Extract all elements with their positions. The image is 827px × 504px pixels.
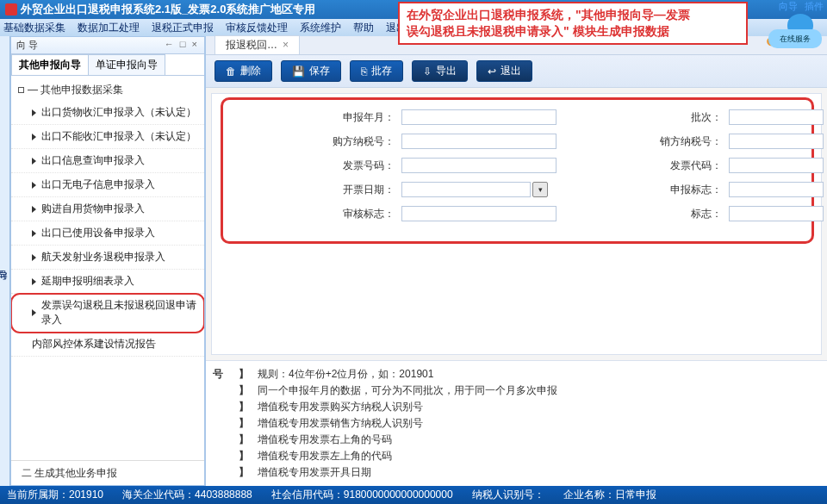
exit-icon: ↩ — [488, 65, 496, 78]
export-icon: ⇩ — [423, 65, 432, 78]
wizard-tab-other[interactable]: 其他申报向导 — [11, 54, 89, 75]
link-wizard[interactable]: 向导 — [779, 0, 798, 13]
rule-line: 增值税专用发票左上角的代码 — [258, 449, 392, 464]
top-right-links: 向导 插件 — [779, 0, 824, 13]
wizard-panel: ← □ × 向 导 其他申报向导 单证申报向导 — 其他申报数据采集 出口货物收… — [10, 36, 205, 486]
status-period: 201910 — [69, 488, 103, 501]
menu-item[interactable]: 退税正式申报 — [152, 21, 214, 35]
arrow-right-icon — [32, 230, 36, 237]
list-item-highlight[interactable]: 发票误勾退税且未报退税回退申请录入 — [11, 294, 204, 333]
wizard-tab-doc[interactable]: 单证申报向导 — [88, 54, 165, 75]
wizard-title: 向 导 — [16, 40, 38, 50]
tab-label: 报退税回… — [226, 39, 277, 51]
list-item[interactable]: 出口货物收汇申报录入（未认定） — [11, 101, 204, 125]
wizard-tabs: 其他申报向导 单证申报向导 — [11, 54, 204, 76]
content-area: 报退税回…× 🗑删除 💾保存 ⎘批存 ⇩导出 ↩退出 申报年月：批次： 购方纳税… — [205, 36, 827, 486]
list-item[interactable]: 延期申报明细表录入 — [11, 270, 204, 294]
rules-panel: 号】规则：4位年份+2位月份，如：201901 】同一个申报年月的数据，可分为不… — [206, 360, 827, 486]
dropdown-icon[interactable]: ▾ — [532, 182, 548, 197]
app-title: 外贸企业出口退税申报系统2.1版_发票2.0系统推广地区专用 — [21, 2, 315, 17]
list-item[interactable]: 出口已使用设备申报录入 — [11, 221, 204, 246]
annotation-callout: 在外贸企业出口退税申报系统，"其他申报向导—发票 误勾退税且未报退税申请录入" … — [398, 2, 748, 45]
annotation-line2: 误勾退税且未报退税申请录入" 模块生成申报数据 — [407, 23, 739, 40]
list-item[interactable]: 航天发射业务退税申报录入 — [11, 246, 204, 270]
status-credit-code: 9180000000000000000 — [344, 488, 453, 501]
label-batch: 批次： — [660, 110, 729, 125]
save-icon: 💾 — [292, 65, 305, 78]
save-button[interactable]: 💾保存 — [281, 60, 341, 82]
list-item[interactable]: 内部风控体系建设情况报告 — [11, 333, 204, 357]
section-title: — 其他申报数据采集 — [28, 83, 123, 97]
arrow-right-icon — [32, 158, 36, 165]
rule-line: 增值税专用发票销售方纳税人识别号 — [258, 416, 423, 431]
input-batch[interactable] — [729, 109, 824, 125]
collapse-box-icon[interactable] — [18, 87, 24, 93]
list-item[interactable]: 购进自用货物申报录入 — [11, 197, 204, 221]
wizard-header: ← □ × 向 导 — [11, 37, 204, 54]
arrow-right-icon — [32, 182, 36, 189]
panel-controls[interactable]: ← □ × — [165, 39, 199, 49]
list-item[interactable]: 出口无电子信息申报录入 — [11, 173, 204, 197]
trash-icon: 🗑 — [226, 65, 236, 78]
menu-item[interactable]: 数据加工处理 — [78, 21, 140, 35]
mascot-label: 在线服务 — [768, 29, 822, 48]
input-seller-tax[interactable] — [729, 134, 824, 149]
input-invoice-code[interactable] — [729, 158, 824, 173]
batchsave-icon: ⎘ — [361, 65, 367, 78]
label-seller-tax: 销方纳税号： — [660, 134, 729, 149]
export-button[interactable]: ⇩导出 — [412, 60, 468, 82]
close-icon[interactable]: × — [283, 39, 289, 51]
batchsave-button[interactable]: ⎘批存 — [350, 60, 403, 82]
wizard-body: — 其他申报数据采集 出口货物收汇申报录入（未认定） 出口不能收汇申报录入（未认… — [11, 76, 204, 485]
tree-section-1[interactable]: — 其他申报数据采集 — [11, 79, 204, 101]
form-area: 申报年月：批次： 购方纳税号：销方纳税号： 发票号码：发票代码： 开票日期：▾申… — [211, 93, 822, 355]
annotation-line1: 在外贸企业出口退税申报系统，"其他申报向导—发票 — [407, 7, 739, 23]
label-audit-flag: 审核标志： — [333, 207, 401, 221]
label-declare-flag: 申报标志： — [660, 183, 729, 197]
label-invoice-no: 发票号码： — [333, 159, 401, 173]
label-invoice-code: 发票代码： — [660, 159, 729, 173]
toolbar: 🗑删除 💾保存 ⎘批存 ⇩导出 ↩退出 — [206, 55, 827, 88]
rule-line: 增值税专用发票开具日期 — [258, 465, 371, 480]
status-bar: 当前所属期：201910 海关企业代码：4403888888 社会信用代码：91… — [0, 486, 827, 504]
input-issue-date[interactable]: ▾ — [401, 182, 557, 197]
link-plugin[interactable]: 插件 — [805, 0, 824, 13]
exit-button[interactable]: ↩退出 — [476, 60, 532, 82]
label-buyer-tax: 购方纳税号： — [333, 134, 401, 149]
input-flag[interactable] — [729, 206, 824, 221]
content-tab[interactable]: 报退税回…× — [215, 35, 300, 54]
input-invoice-no[interactable] — [401, 158, 557, 173]
arrow-right-icon — [32, 254, 36, 261]
label-flag: 标志： — [660, 207, 729, 221]
list-item[interactable]: 出口信息查询申报录入 — [11, 149, 204, 173]
status-company-name: 日常申报 — [615, 488, 656, 501]
app-icon — [5, 3, 17, 16]
status-customs-code: 4403888888 — [195, 488, 252, 501]
rules-col-label: 号 — [213, 367, 230, 382]
assistant-mascot[interactable]: 在线服务 — [763, 14, 822, 62]
tree-section[interactable]: 二 生成其他业务申报 — [11, 460, 204, 485]
left-rail[interactable]: 向导 — [0, 36, 10, 486]
arrow-right-icon — [32, 206, 36, 213]
rule-line: 增值税专用发票右上角的号码 — [258, 432, 392, 447]
rule-line: 增值税专用发票购买方纳税人识别号 — [258, 400, 423, 414]
rule-line: 同一个申报年月的数据，可分为不同批次，用于同一个月多次申报 — [258, 383, 557, 398]
rule-line: 规则：4位年份+2位月份，如：201901 — [258, 367, 433, 382]
input-buyer-tax[interactable] — [401, 134, 557, 149]
input-audit-flag[interactable] — [401, 206, 557, 221]
label-issue-date: 开票日期： — [333, 183, 401, 197]
input-period[interactable] — [401, 109, 557, 125]
menu-item[interactable]: 审核反馈处理 — [226, 21, 288, 35]
arrow-right-icon — [32, 134, 36, 140]
arrow-right-icon — [32, 109, 36, 116]
arrow-right-icon — [32, 309, 36, 316]
label-period: 申报年月： — [333, 110, 401, 125]
menu-item[interactable]: 帮助 — [353, 21, 374, 35]
list-item[interactable]: 出口不能收汇申报录入（未认定） — [11, 125, 204, 149]
menu-item[interactable]: 基础数据采集 — [3, 21, 65, 35]
menu-item[interactable]: 系统维护 — [300, 21, 341, 35]
input-declare-flag[interactable] — [729, 182, 824, 197]
arrow-right-icon — [32, 278, 36, 285]
delete-button[interactable]: 🗑删除 — [215, 60, 272, 82]
